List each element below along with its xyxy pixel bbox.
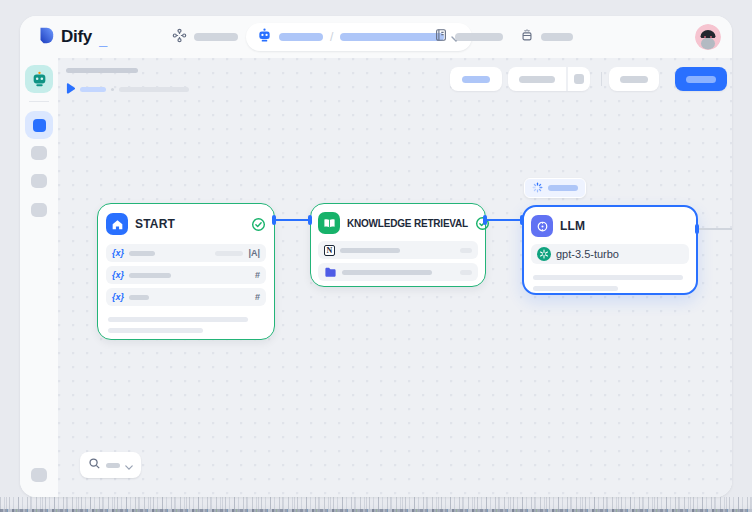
app-robot-icon[interactable]	[25, 65, 53, 93]
variable-name-placeholder	[129, 251, 155, 256]
dataset-name-placeholder	[340, 248, 400, 253]
model-selector-row[interactable]: gpt-3.5-turbo	[531, 244, 689, 264]
success-check-icon	[251, 217, 266, 232]
loading-spinner-icon	[532, 179, 543, 197]
node-knowledge-retrieval[interactable]: KNOWLEDGE RETRIEVAL N	[310, 203, 486, 287]
dify-logo-text: Dify	[61, 27, 92, 47]
button-label-placeholder	[462, 76, 490, 83]
run-meta-placeholder	[119, 87, 189, 92]
dify-logo[interactable]: Dify _	[36, 16, 107, 58]
openai-icon	[537, 247, 551, 261]
edge-llm-outgoing[interactable]	[697, 228, 732, 230]
toolbar-button-1[interactable]	[450, 67, 502, 91]
running-status-badge	[524, 178, 586, 198]
sidebar-item-settings[interactable]	[31, 468, 47, 482]
exit-workflow-icon	[172, 28, 187, 47]
toolbar-button-3[interactable]	[609, 67, 659, 91]
top-header: Dify _	[20, 16, 732, 58]
desktop: Dify _	[0, 0, 752, 512]
dify-logo-icon	[36, 26, 55, 49]
docs-label-placeholder	[455, 33, 503, 41]
plugins-icon	[520, 28, 534, 46]
badge-label-placeholder	[548, 185, 578, 191]
variable-icon: {x}	[112, 292, 124, 302]
notion-icon: N	[324, 245, 335, 256]
sidebar-item-orchestrate[interactable]	[25, 111, 53, 139]
button-label-placeholder	[519, 76, 555, 83]
left-sidebar	[20, 58, 58, 497]
run-play-icon[interactable]	[66, 80, 75, 98]
variable-row[interactable]: {x} #	[106, 288, 266, 306]
number-type-icon: #	[255, 270, 260, 280]
variable-icon: {x}	[112, 270, 124, 280]
sidebar-divider	[29, 101, 49, 102]
sidebar-item-placeholder-2[interactable]	[31, 174, 47, 188]
model-name: gpt-3.5-turbo	[556, 248, 619, 260]
workflow-tab-icon	[33, 119, 46, 132]
plugins-label-placeholder	[541, 33, 573, 41]
variable-value-placeholder	[215, 251, 243, 256]
edge-start-to-knowledge[interactable]	[274, 219, 310, 221]
edge-knowledge-to-llm[interactable]	[485, 219, 522, 221]
workflow-title-placeholder	[66, 68, 138, 73]
node-description-placeholder	[108, 317, 248, 322]
dataset-row[interactable]	[318, 263, 478, 281]
chatbot-icon	[257, 28, 272, 47]
nav-label-placeholder	[194, 33, 238, 41]
variable-icon: {x}	[112, 248, 124, 258]
folder-icon	[324, 266, 337, 279]
variable-name-placeholder	[129, 295, 149, 300]
node-title: KNOWLEDGE RETRIEVAL	[347, 218, 468, 229]
node-description-placeholder	[533, 286, 618, 291]
chevron-down-icon[interactable]	[125, 456, 133, 474]
dify-app-window: Dify _	[20, 16, 732, 497]
number-type-icon: #	[255, 292, 260, 302]
sidebar-item-placeholder-3[interactable]	[31, 203, 47, 217]
dataset-name-placeholder	[342, 270, 432, 275]
dataset-meta-placeholder	[460, 248, 472, 253]
toolbar-button-2-menu[interactable]	[566, 67, 590, 91]
dify-logo-cursor: _	[99, 31, 107, 48]
zoom-magnifier-icon	[88, 456, 101, 474]
docs-icon	[434, 28, 448, 46]
user-avatar[interactable]	[695, 24, 721, 50]
menu-icon	[574, 74, 584, 84]
status-dot	[111, 88, 114, 91]
sidebar-item-placeholder-1[interactable]	[31, 146, 47, 160]
docs-link[interactable]	[434, 16, 503, 58]
app-name-placeholder	[279, 33, 323, 41]
zoom-control[interactable]	[80, 452, 141, 478]
variable-name-placeholder	[129, 273, 171, 278]
node-llm[interactable]: LLM gpt-3.5-turbo	[522, 205, 698, 295]
node-knowledge-header: KNOWLEDGE RETRIEVAL	[318, 211, 478, 235]
dataset-row[interactable]: N	[318, 241, 478, 259]
run-label-placeholder	[80, 87, 106, 92]
node-title: START	[135, 217, 175, 231]
dataset-meta-placeholder	[460, 270, 472, 275]
plugins-link[interactable]	[520, 16, 573, 58]
toolbar-divider	[601, 72, 602, 86]
llm-brain-icon	[531, 215, 553, 237]
toolbar-button-2[interactable]	[508, 67, 590, 91]
screenshot-noise-strip	[0, 497, 752, 512]
zoom-level-placeholder	[106, 463, 120, 468]
node-description-placeholder	[108, 328, 203, 333]
string-type-icon: |A|	[248, 248, 260, 258]
node-start-header: START	[106, 212, 266, 236]
run-status-row	[66, 80, 189, 98]
node-start[interactable]: START {x} |A|	[97, 203, 275, 340]
variable-row[interactable]: {x} |A|	[106, 244, 266, 262]
exit-workflow-group[interactable]	[172, 16, 238, 58]
node-llm-header: LLM	[531, 214, 689, 238]
workflow-name-placeholder	[340, 33, 444, 41]
node-title: LLM	[560, 219, 585, 233]
breadcrumb-separator: /	[330, 30, 333, 44]
node-description-placeholder	[533, 275, 683, 280]
knowledge-book-icon	[318, 212, 340, 234]
button-label-placeholder	[686, 76, 716, 83]
button-label-placeholder	[620, 76, 648, 83]
home-icon	[106, 213, 128, 235]
variable-row[interactable]: {x} #	[106, 266, 266, 284]
workflow-canvas[interactable]: START {x} |A|	[58, 58, 732, 497]
publish-button[interactable]	[675, 67, 727, 91]
